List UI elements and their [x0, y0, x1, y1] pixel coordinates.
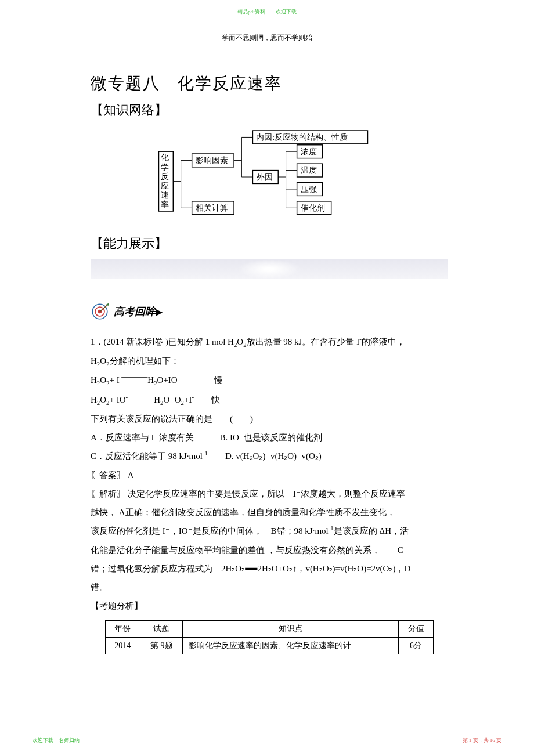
q-intro2-b: 分解的机理如下： — [110, 356, 179, 366]
footer-left: 欢迎下载 名师归纳 — [33, 737, 80, 744]
analysis-header: 【考题分析】 — [91, 596, 448, 615]
main-content: 微专题八 化学反应速率 【知识网络】 化 学 反 应 速 率 影响因素 相关计算 — [91, 73, 448, 654]
diagram-outer-3: 催化剂 — [301, 203, 325, 212]
section-ability-header: 【能力展示】 — [91, 235, 448, 252]
answer: 〖答案〗 A — [91, 466, 448, 484]
diagram-outer-2: 压强 — [301, 185, 317, 194]
explain-3a: 该反应的催化剂是 I⁻，IO⁻是反应的中间体， B错；98 kJ·mol — [91, 526, 329, 536]
mech2-arrow: ——— — [128, 392, 154, 401]
opt-b: B. IO⁻也是该反应的催化剂 — [220, 433, 322, 442]
th-year: 年份 — [105, 620, 140, 637]
mech2-a: H — [91, 395, 97, 404]
mech1-d: O+IO — [157, 375, 178, 385]
diagram-outer-0: 浓度 — [301, 147, 317, 156]
mech1-arrow: ——— — [121, 372, 147, 381]
diagram-inner: 内因:反应物的结构、性质 — [256, 132, 348, 142]
mech2-d: O+O — [163, 395, 181, 404]
table-row: 2014 第 9题 影响化学反应速率的因素、化学反应速率的计 6分 — [105, 637, 434, 654]
exam-review-label: 高考回眸 — [114, 305, 156, 319]
page-title: 微专题八 化学反应速率 — [91, 73, 448, 95]
diagram-outer-1: 温度 — [301, 165, 317, 175]
q-stem: 下列有关该反应的说法正确的是 ( ) — [91, 410, 448, 428]
chevron-right-icon: ▶ — [156, 306, 163, 317]
explain-4: 化能是活化分子能量与反应物平均能量的差值 ，与反应热没有必然的关系， C — [91, 541, 448, 559]
mech2-c: H — [154, 395, 160, 404]
th-question: 试题 — [140, 620, 183, 637]
target-icon — [91, 302, 109, 321]
header-quote: 学而不思则惘，思而不学则殆 — [222, 33, 312, 43]
q-intro-a: 1．(2014 新课标Ⅰ卷 )已知分解 1 mol H — [91, 337, 234, 346]
watermark-top: 精品pdf资料 - - - 欢迎下载 — [237, 8, 297, 16]
diagram-outer: 外因 — [257, 172, 273, 182]
td-question: 第 9题 — [140, 637, 183, 654]
opt-d: D. v(H₂O₂)=v(H₂O)=v(O₂) — [225, 451, 322, 461]
opt-c: C．反应活化能等于 98 kJ·mol — [91, 451, 203, 461]
explain-2: 越快， A正确；催化剂改变反应的速率，但自身的质量和化学性质不发生变化， — [91, 503, 448, 522]
q-intro-c: 的溶液中， — [362, 337, 405, 346]
mech1-rate: 慢 — [214, 375, 223, 385]
explain-6: 错。 — [91, 578, 448, 596]
analysis-table: 年份 试题 知识点 分值 2014 第 9题 影响化学反应速率的因素、化学反应速… — [105, 620, 434, 654]
knowledge-diagram: 化 学 反 应 速 率 影响因素 相关计算 内因:反应物的结构、性质 外因 — [153, 125, 385, 229]
mech2-e: +I — [184, 395, 192, 404]
mech1-c: H — [147, 375, 154, 385]
q-intro2-a: H — [91, 356, 97, 366]
explain-1: 〖解析〗 决定化学反应速率的主要是慢反应，所以 I⁻浓度越大，则整个反应速率 — [91, 484, 448, 503]
mech2-b: + IO — [110, 395, 126, 404]
explain-3b: 是该反应的 ΔH，活 — [334, 526, 409, 536]
opt-a: A．反应速率与 I⁻浓度有关 — [91, 433, 194, 442]
diagram-b1: 影响因素 — [196, 155, 228, 165]
decorative-bar — [91, 259, 448, 279]
td-score: 6分 — [398, 637, 433, 654]
footer-right: 第 1 页，共 16 页 — [463, 737, 502, 744]
question-body: 1．(2014 新课标Ⅰ卷 )已知分解 1 mol H2O2放出热量 98 kJ… — [91, 332, 448, 616]
mech1-b: + I — [110, 375, 120, 385]
th-score: 分值 — [398, 620, 433, 637]
exam-review-heading: 高考回眸 ▶ — [91, 302, 448, 321]
td-knowledge: 影响化学反应速率的因素、化学反应速率的计 — [183, 637, 398, 654]
th-knowledge: 知识点 — [183, 620, 398, 637]
diagram-b2: 相关计算 — [196, 203, 228, 212]
section-knowledge-header: 【知识网络】 — [91, 102, 448, 119]
mech2-rate: 快 — [211, 395, 220, 404]
q-intro-b: 放出热量 98 kJ。在含有少量 I — [247, 337, 360, 346]
table-header-row: 年份 试题 知识点 分值 — [105, 620, 434, 637]
explain-5: 错；过氧化氢分解反应方程式为 2H₂O₂══2H₂O+O₂↑，v(H₂O₂)=v… — [91, 559, 448, 578]
td-year: 2014 — [105, 637, 140, 654]
mech1-a: H — [91, 375, 97, 385]
